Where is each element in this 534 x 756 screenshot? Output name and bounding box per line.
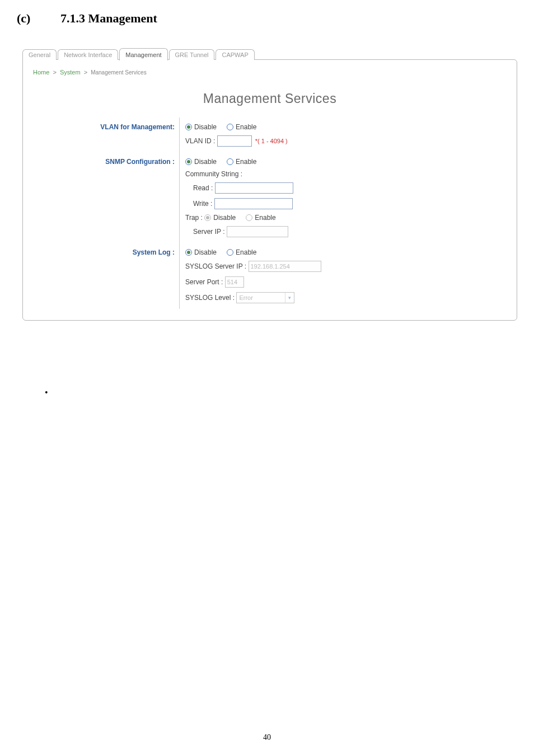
radio-vlan-disable[interactable] [185,124,192,130]
breadcrumb: Home > System > Management Services [23,65,517,83]
breadcrumb-sep: > [84,69,87,76]
radio-snmp-disable-label: Disable [194,158,217,166]
radio-syslog-disable-label: Disable [194,248,217,256]
vlan-id-hint: *( 1 - 4094 ) [255,138,288,144]
label-vlan-management: VLAN for Management: [23,118,180,152]
breadcrumb-sep: > [53,69,56,76]
tab-capwap[interactable]: CAPWAP [216,49,254,60]
snmp-write-label: Write : [193,200,212,208]
radio-trap-enable-label: Enable [255,214,275,222]
radio-trap-disable-label: Disable [213,214,236,222]
syslog-serverip-input[interactable] [249,261,321,272]
chevron-down-icon: ▾ [285,293,294,303]
radio-syslog-enable-label: Enable [236,248,256,256]
syslog-level-value: Error [239,294,252,301]
syslog-level-label: SYSLOG Level : [185,294,235,302]
section-marker: (c) [17,11,30,25]
snmp-serverip-label: Server IP : [193,228,224,236]
radio-trap-disable[interactable] [204,214,211,221]
vlan-id-input[interactable] [217,135,252,147]
snmp-community-label: Community String : [185,170,242,178]
panel-title: Management Services [23,91,517,106]
snmp-write-input[interactable] [214,198,293,209]
label-system-log: System Log : [23,243,180,309]
radio-vlan-disable-label: Disable [194,123,217,131]
radio-trap-enable[interactable] [246,214,252,221]
tab-gre-tunnel[interactable]: GRE Tunnel [169,49,215,60]
radio-syslog-enable[interactable] [227,249,233,256]
bullet-marker: • [45,388,517,398]
doc-section-heading: (c) 7.1.3 Management [17,11,517,26]
breadcrumb-current: Management Services [91,69,147,76]
snmp-read-label: Read : [193,184,213,192]
syslog-port-input[interactable] [225,276,244,288]
radio-snmp-enable[interactable] [227,158,233,165]
radio-syslog-disable[interactable] [185,249,192,256]
content-box: Home > System > Management Services Mana… [22,59,517,321]
radio-snmp-disable[interactable] [185,158,192,165]
management-panel: General Network Interface Management GRE… [22,48,517,321]
section-title: 7.1.3 Management [60,11,157,25]
snmp-trap-label: Trap : [185,214,203,222]
tab-management[interactable]: Management [119,48,167,60]
label-snmp-config: SNMP Configuration : [23,152,180,243]
settings-form: VLAN for Management: Disable Enable VLAN… [23,118,517,309]
tab-network-interface[interactable]: Network Interface [58,49,118,60]
snmp-serverip-input[interactable] [227,226,288,237]
tab-bar: General Network Interface Management GRE… [22,48,517,60]
syslog-serverip-label: SYSLOG Server IP : [185,262,246,270]
snmp-read-input[interactable] [215,182,293,194]
breadcrumb-system[interactable]: System [60,69,81,76]
radio-vlan-enable-label: Enable [236,123,256,131]
radio-vlan-enable[interactable] [227,124,233,130]
breadcrumb-home[interactable]: Home [33,69,49,76]
tab-general[interactable]: General [22,49,57,60]
syslog-level-select[interactable]: Error ▾ [236,292,294,303]
radio-snmp-enable-label: Enable [236,158,256,166]
vlan-id-label: VLAN ID : [185,137,215,145]
syslog-port-label: Server Port : [185,278,223,286]
